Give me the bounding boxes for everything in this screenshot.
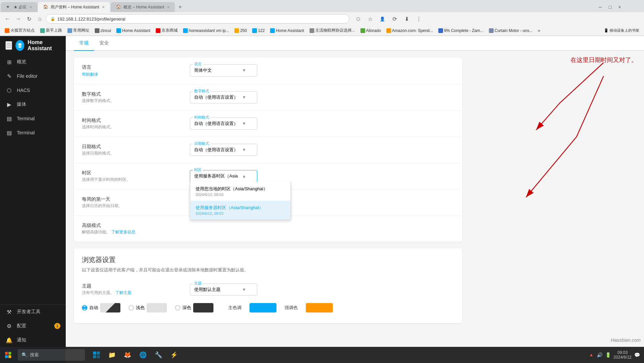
sidebar-item-terminal2[interactable]: ▤ Terminal (0, 126, 66, 140)
menu-button[interactable]: ⋮ (414, 14, 423, 24)
taskbar-app-widget[interactable] (89, 348, 104, 362)
taskbar-app-extra1[interactable]: 🔧 (151, 348, 166, 362)
tab-close-overview[interactable]: × (167, 4, 170, 10)
taskbar-app-extra2[interactable]: ⚡ (167, 348, 181, 362)
timezone-dropdown[interactable]: 时区 使用服务器时区（Asia ▲ (190, 170, 257, 182)
new-tab-button[interactable]: + (175, 2, 185, 12)
svg-rect-4 (5, 355, 8, 358)
profile-button[interactable]: 👤 (378, 14, 387, 24)
taskbar-app-firefox[interactable]: 🦊 (120, 348, 135, 362)
advanced-mode-link[interactable]: 了解更多信息 (111, 230, 136, 234)
bookmark-ha2[interactable]: Home Assistant (268, 28, 306, 34)
primary-color-label: 主色调 (228, 305, 241, 311)
svg-rect-8 (93, 355, 96, 358)
timezone-arrow: ▲ (242, 174, 246, 178)
bookmark-jd[interactable]: 京东商城 (154, 27, 180, 34)
reload-button[interactable]: ↻ (24, 14, 34, 24)
tab-security[interactable]: 安全 (94, 36, 114, 51)
timezone-title: 时区 (82, 170, 176, 176)
color-mode-row: 自动 浅色 深色 主色调 强调色 (82, 299, 454, 317)
start-button[interactable] (0, 347, 16, 363)
bookmark-ha[interactable]: Home Assistant (114, 28, 152, 34)
taskbar-search[interactable]: 🔍 搜索 (18, 349, 85, 361)
date-format-dropdown[interactable]: 日期格式 自动（使用语言设置） ▼ (190, 144, 257, 156)
bookmark-mobile[interactable]: 📱 移动设备上的书签 (602, 27, 641, 34)
taskbar-app-file-manager[interactable]: 📁 (105, 348, 119, 362)
browser-settings-title: 浏览器设置 (82, 255, 454, 264)
sidebar-item-config[interactable]: ⚙ 配置 1 (0, 319, 66, 333)
bookmark-zam[interactable]: 9% Complete - Zam... (436, 28, 486, 34)
sidebar-toggle-button[interactable]: ☰ (5, 41, 12, 50)
svg-rect-9 (97, 355, 100, 358)
color-option-light[interactable]: 浅色 (128, 303, 167, 312)
download-button[interactable]: ⬇ (402, 14, 411, 24)
theme-link[interactable]: 了解主题 (115, 290, 131, 295)
bookmark-huohu[interactable]: 火狐官方站点 (3, 27, 37, 34)
bookmark-button[interactable]: ☆ (365, 14, 375, 24)
home-button[interactable]: ⌂ (35, 14, 45, 24)
sidebar-item-media[interactable]: ▶ 媒体 (0, 97, 66, 111)
sync-button[interactable]: ⟳ (390, 14, 399, 24)
bookmark-common[interactable]: 常用网址 (65, 27, 91, 34)
radio-light[interactable] (128, 305, 134, 310)
bookmark-iot[interactable]: 主流物联网协议选择... (308, 27, 357, 34)
number-format-label: 数字格式 选择数字的格式。 (82, 91, 176, 104)
sidebar-item-overview[interactable]: ⊞ 概览 (0, 55, 66, 69)
language-link[interactable]: 帮助翻译 (82, 72, 98, 77)
content-area: 语言 帮助翻译 语言 简体中文 ▼ 数字格式 选择 (66, 51, 470, 337)
language-dropdown[interactable]: 语言 简体中文 ▼ (190, 64, 257, 76)
date-format-title: 日期格式 (82, 144, 176, 150)
sidebar-item-hacs[interactable]: ⬡ HACS (0, 83, 66, 97)
tab-close-biying[interactable]: × (29, 4, 32, 10)
bookmark-curtain[interactable]: Curtain Motor - uns... (487, 28, 535, 34)
sidebar-item-devtools[interactable]: ⚒ 开发者工具 (0, 305, 66, 319)
theme-setting-row: 主题 没有可用的主题。 了解主题 主题 使用默认主题 ▼ (82, 280, 454, 299)
bookmark-allorado[interactable]: Allorado (358, 28, 383, 34)
tab-biying[interactable]: ★ ★ 必应 × (1, 2, 38, 12)
tab-close-profile[interactable]: × (102, 4, 105, 10)
color-option-auto[interactable]: 自动 (82, 303, 120, 312)
bookmark-amazon[interactable]: Amazon.com: Spend... (384, 28, 435, 34)
radio-auto[interactable] (82, 305, 87, 310)
sidebar-item-terminal1[interactable]: ▤ Terminal (0, 111, 66, 126)
maximize-button[interactable]: □ (606, 4, 614, 10)
svg-rect-3 (8, 352, 11, 355)
color-option-dark[interactable]: 深色 (175, 303, 213, 312)
taskbar-app-chrome[interactable]: 🌐 (136, 348, 150, 362)
tab-general[interactable]: 常规 (74, 36, 94, 51)
taskbar-notification-center-icon[interactable]: 💬 (634, 352, 640, 358)
theme-dropdown[interactable]: 主题 使用默认主题 ▼ (190, 284, 257, 296)
tab-profile[interactable]: 🏠 用户资料 – Home Assistant × (38, 2, 110, 12)
swatch-dark (193, 303, 213, 312)
sidebar: ☰ Home Assistant ⊞ 概览 ✎ File editor ⬡ HA… (0, 36, 66, 363)
bookmark-ztncui[interactable]: ztncui (93, 28, 113, 34)
timezone-option-local[interactable]: 使用您当地的时区（Asia/Shanghai） 2024/6/12, 09:03 (190, 182, 291, 201)
minimize-button[interactable]: ─ (596, 4, 605, 10)
number-format-arrow: ▼ (242, 95, 246, 100)
extensions-button[interactable]: ⬡ (353, 14, 363, 24)
terminal1-icon: ▤ (5, 115, 13, 122)
bookmark-newbie[interactable]: 新手上路 (38, 27, 64, 34)
bookmark-havm[interactable]: homeassistant vm ip... (181, 28, 231, 34)
terminal2-icon: ▤ (5, 129, 13, 136)
number-format-dropdown[interactable]: 数字格式 自动（使用语言设置） ▼ (190, 91, 257, 103)
page-tabs: 常规 安全 (66, 36, 644, 51)
primary-color-swatch[interactable] (250, 303, 276, 312)
bookmark-122[interactable]: 122 (250, 28, 267, 34)
date-format-label: 日期格式 选择日期的格式。 (82, 144, 176, 156)
bookmark-250[interactable]: 250 (232, 28, 249, 34)
address-bar[interactable]: 🔒 192.168.1.122:8123/profile/general (46, 14, 349, 24)
media-icon: ▶ (5, 101, 13, 108)
time-format-dropdown[interactable]: 时间格式 自动（使用语言设置） ▼ (190, 118, 257, 130)
back-button[interactable]: ← (3, 14, 12, 24)
tab-overview[interactable]: 🏠 概览 – Home Assistant × (111, 2, 175, 12)
bookmark-more[interactable]: » (536, 28, 542, 34)
sidebar-item-notifications[interactable]: 🔔 通知 (0, 333, 66, 347)
accent-color-swatch[interactable] (306, 303, 333, 312)
sidebar-item-file-editor[interactable]: ✎ File editor (0, 69, 66, 83)
timezone-option-server[interactable]: 使用服务器时区（Asia/Shanghai） 2024/6/12, 09:03 (190, 201, 291, 220)
close-window-button[interactable]: × (616, 4, 624, 10)
timezone-desc: 选择用于显示时间的时区。 (82, 177, 176, 183)
forward-button[interactable]: → (13, 14, 23, 24)
radio-dark[interactable] (175, 305, 180, 310)
